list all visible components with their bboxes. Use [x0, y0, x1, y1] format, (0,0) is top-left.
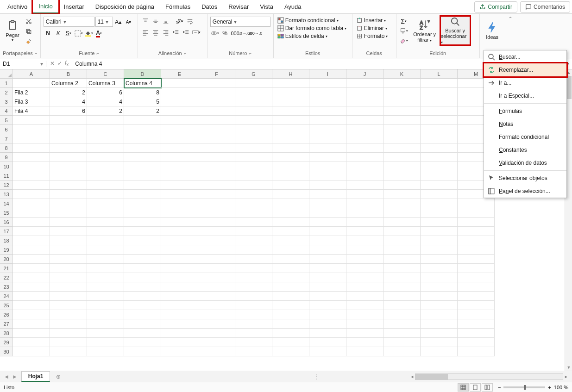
- cell-F11[interactable]: [198, 171, 235, 180]
- wrap-text-button[interactable]: [185, 17, 195, 26]
- cell-A25[interactable]: [13, 301, 50, 310]
- cell-A22[interactable]: [13, 273, 50, 282]
- cell-F19[interactable]: [198, 245, 235, 255]
- row-header-30[interactable]: 30: [0, 347, 13, 356]
- cell-K19[interactable]: [383, 245, 421, 255]
- cell-F29[interactable]: [198, 338, 235, 347]
- cell-E20[interactable]: [161, 255, 198, 264]
- cell-I1[interactable]: [309, 79, 346, 88]
- cell-D6[interactable]: [124, 125, 161, 134]
- cell-L15[interactable]: [421, 208, 458, 218]
- cell-L9[interactable]: [421, 153, 458, 162]
- cell-C28[interactable]: [87, 329, 124, 338]
- cell-C18[interactable]: [87, 236, 124, 245]
- row-header-11[interactable]: 11: [0, 171, 13, 180]
- cell-F26[interactable]: [198, 310, 235, 319]
- cell-I29[interactable]: [309, 338, 346, 347]
- cell-D30[interactable]: [124, 347, 161, 356]
- cell-H11[interactable]: [272, 171, 309, 180]
- cell-B5[interactable]: [50, 116, 87, 125]
- cell-F7[interactable]: [198, 134, 235, 143]
- row-header-16[interactable]: 16: [0, 218, 13, 227]
- cell-H27[interactable]: [272, 319, 309, 329]
- cell-L14[interactable]: [421, 199, 458, 208]
- merge-button[interactable]: ▾: [192, 28, 201, 37]
- cell-K4[interactable]: [383, 106, 421, 116]
- cell-F13[interactable]: [198, 190, 235, 199]
- cell-J29[interactable]: [346, 338, 383, 347]
- cell-I13[interactable]: [309, 190, 346, 199]
- cell-J10[interactable]: [346, 162, 383, 171]
- format-painter-button[interactable]: [24, 37, 33, 46]
- cell-C19[interactable]: [87, 245, 124, 255]
- cell-M18[interactable]: [458, 236, 495, 245]
- cell-H5[interactable]: [272, 116, 309, 125]
- cell-M22[interactable]: [458, 273, 495, 282]
- cell-F15[interactable]: [198, 208, 235, 218]
- cell-D5[interactable]: [124, 116, 161, 125]
- cell-J15[interactable]: [346, 208, 383, 218]
- cell-L11[interactable]: [421, 171, 458, 180]
- cell-C16[interactable]: [87, 218, 124, 227]
- cell-C9[interactable]: [87, 153, 124, 162]
- cell-I21[interactable]: [309, 264, 346, 273]
- cell-H4[interactable]: [272, 106, 309, 116]
- tab-vista[interactable]: Vista: [254, 0, 279, 13]
- cell-D8[interactable]: [124, 143, 161, 153]
- cell-C6[interactable]: [87, 125, 124, 134]
- cell-D25[interactable]: [124, 301, 161, 310]
- cell-M28[interactable]: [458, 329, 495, 338]
- cell-L6[interactable]: [421, 125, 458, 134]
- cell-J19[interactable]: [346, 245, 383, 255]
- cell-K29[interactable]: [383, 338, 421, 347]
- cell-B24[interactable]: [50, 292, 87, 301]
- cell-G22[interactable]: [235, 273, 272, 282]
- cell-F18[interactable]: [198, 236, 235, 245]
- cell-K16[interactable]: [383, 218, 421, 227]
- cell-K26[interactable]: [383, 310, 421, 319]
- cell-K5[interactable]: [383, 116, 421, 125]
- cell-A18[interactable]: [13, 236, 50, 245]
- cell-F14[interactable]: [198, 199, 235, 208]
- cell-A1[interactable]: [13, 79, 50, 88]
- cell-J12[interactable]: [346, 180, 383, 190]
- cell-C24[interactable]: [87, 292, 124, 301]
- cell-G20[interactable]: [235, 255, 272, 264]
- row-header-26[interactable]: 26: [0, 310, 13, 319]
- cell-A17[interactable]: [13, 227, 50, 236]
- cell-C23[interactable]: [87, 282, 124, 292]
- cell-M21[interactable]: [458, 264, 495, 273]
- cell-E8[interactable]: [161, 143, 198, 153]
- cell-F2[interactable]: [198, 88, 235, 97]
- fill-color-button[interactable]: ▾: [84, 29, 94, 38]
- align-right-button[interactable]: [161, 28, 170, 37]
- cell-E22[interactable]: [161, 273, 198, 282]
- clear-button[interactable]: ▾: [399, 36, 409, 45]
- cell-K3[interactable]: [383, 97, 421, 106]
- cell-B4[interactable]: 6: [50, 106, 87, 116]
- cell-E23[interactable]: [161, 282, 198, 292]
- cell-A10[interactable]: [13, 162, 50, 171]
- cell-F1[interactable]: [198, 79, 235, 88]
- cell-G28[interactable]: [235, 329, 272, 338]
- cell-C10[interactable]: [87, 162, 124, 171]
- cell-E11[interactable]: [161, 171, 198, 180]
- cell-L4[interactable]: [421, 106, 458, 116]
- cell-A4[interactable]: Fila 4: [13, 106, 50, 116]
- cell-J24[interactable]: [346, 292, 383, 301]
- cell-I2[interactable]: [309, 88, 346, 97]
- sheet-tab-hoja1[interactable]: Hoja1: [21, 371, 50, 382]
- cell-J9[interactable]: [346, 153, 383, 162]
- cell-B21[interactable]: [50, 264, 87, 273]
- cell-L23[interactable]: [421, 282, 458, 292]
- cell-B1[interactable]: Columna 2: [50, 79, 87, 88]
- cell-G2[interactable]: [235, 88, 272, 97]
- cell-L30[interactable]: [421, 347, 458, 356]
- borders-button[interactable]: ▾: [74, 29, 83, 38]
- menu-reemplazar[interactable]: Reemplazar...: [484, 63, 566, 76]
- cell-D29[interactable]: [124, 338, 161, 347]
- cell-A5[interactable]: [13, 116, 50, 125]
- cell-E25[interactable]: [161, 301, 198, 310]
- cell-H14[interactable]: [272, 199, 309, 208]
- cell-E27[interactable]: [161, 319, 198, 329]
